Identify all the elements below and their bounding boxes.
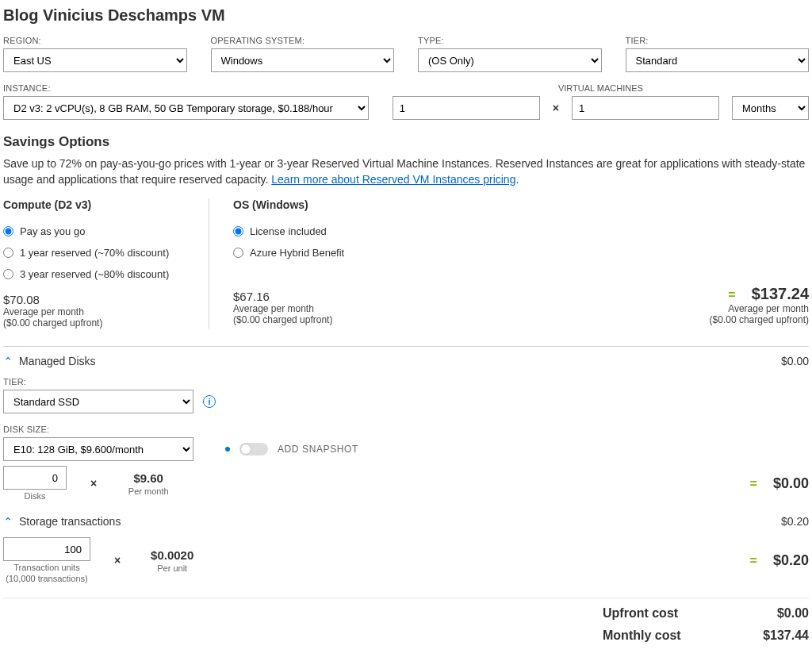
disk-subtotal: $0.00 xyxy=(773,475,809,492)
info-icon[interactable]: i xyxy=(203,395,216,408)
instance-label: INSTANCE: xyxy=(3,83,369,93)
compute-1yr-radio[interactable] xyxy=(3,248,13,258)
multiply-icon: × xyxy=(553,102,559,114)
divider xyxy=(3,346,809,347)
compute-price-sub1: Average per month xyxy=(3,306,185,317)
os-hybrid-radio[interactable] xyxy=(233,248,243,258)
disk-qty-label: Disks xyxy=(25,491,46,501)
disk-tier-select[interactable]: Standard SSD xyxy=(3,390,193,413)
os-hybrid-option[interactable]: Azure Hybrid Benefit xyxy=(233,247,423,259)
disk-calc-line: Disks × $9.60 Per month = $0.00 xyxy=(3,466,809,501)
tx-unit-label: Per unit xyxy=(157,563,187,573)
tx-subtotal-block: = $0.20 xyxy=(750,552,809,569)
vm-label: VIRTUAL MACHINES xyxy=(393,83,809,93)
tier-label: TIER: xyxy=(626,36,810,45)
disk-subtotal-block: = $0.00 xyxy=(750,475,809,492)
compute-subtotal: = $137.24 Average per month ($0.00 charg… xyxy=(710,198,809,329)
storage-tx-line-total: $0.20 xyxy=(781,515,809,528)
type-field: TYPE: (OS Only) xyxy=(418,36,602,72)
disk-tier-label: TIER: xyxy=(3,377,193,386)
toggle-pill-icon[interactable] xyxy=(239,443,268,456)
os-license-option[interactable]: License included xyxy=(233,225,423,237)
type-select[interactable]: (OS Only) xyxy=(418,48,602,72)
tx-unit-price: $0.0020 xyxy=(151,548,193,562)
add-snapshot-toggle[interactable]: ADD SNAPSHOT xyxy=(225,443,358,456)
add-snapshot-label: ADD SNAPSHOT xyxy=(278,444,358,455)
os-license-label: License included xyxy=(250,225,327,237)
disk-unitprice-col: $9.60 Per month xyxy=(121,471,176,496)
chevron-up-icon: ⌄ xyxy=(3,355,13,367)
compute-3yr-radio[interactable] xyxy=(3,269,13,279)
type-label: TYPE: xyxy=(418,36,602,45)
tx-qty-input[interactable] xyxy=(3,537,90,561)
compute-3yr-option[interactable]: 3 year reserved (~80% discount) xyxy=(3,268,185,280)
storage-tx-header[interactable]: ⌄ Storage transactions $0.20 xyxy=(3,515,809,528)
instance-row: INSTANCE: D2 v3: 2 vCPU(s), 8 GB RAM, 50… xyxy=(3,83,809,120)
managed-disks-body: TIER: Standard SSD i DISK SIZE: E10: 128… xyxy=(3,377,809,501)
os-price-sub1: Average per month xyxy=(233,303,423,314)
storage-tx-title: Storage transactions xyxy=(19,515,121,528)
savings-desc-post: . xyxy=(515,173,519,186)
region-label: REGION: xyxy=(3,36,187,45)
region-select[interactable]: East US xyxy=(3,48,187,72)
totals-block: Upfront cost $0.00 Monthly cost $137.44 xyxy=(3,606,809,643)
managed-disks-header[interactable]: ⌄ Managed Disks $0.00 xyxy=(3,355,809,367)
equals-icon: = xyxy=(728,288,735,302)
disk-tier-field: TIER: Standard SSD xyxy=(3,377,193,413)
equals-icon: = xyxy=(750,554,757,568)
compute-price-block: $70.08 Average per month ($0.00 charged … xyxy=(3,293,185,329)
os-price: $67.16 xyxy=(233,290,423,303)
vm-count-input[interactable] xyxy=(393,96,540,120)
region-field: REGION: East US xyxy=(3,36,187,72)
compute-price-sub2: ($0.00 charged upfront) xyxy=(3,317,185,329)
compute-subtotal-sub1: Average per month xyxy=(710,303,809,314)
managed-disks-line-total: $0.00 xyxy=(781,355,809,367)
duration-input[interactable] xyxy=(572,96,719,120)
compute-subtotal-sub2: ($0.00 charged upfront) xyxy=(710,314,809,325)
disk-qty-col: Disks xyxy=(3,466,67,501)
compute-1yr-option[interactable]: 1 year reserved (~70% discount) xyxy=(3,247,185,259)
tx-subtotal: $0.20 xyxy=(773,552,809,569)
savings-description: Save up to 72% on pay-as-you-go prices w… xyxy=(3,156,809,187)
compute-column: Compute (D2 v3) Pay as you go 1 year res… xyxy=(3,198,209,329)
tier-field: TIER: Standard xyxy=(626,36,810,72)
instance-select[interactable]: D2 v3: 2 vCPU(s), 8 GB RAM, 50 GB Tempor… xyxy=(3,96,369,120)
compute-title: Compute (D2 v3) xyxy=(3,198,185,211)
disk-unit-label: Per month xyxy=(128,486,169,496)
os-select[interactable]: Windows xyxy=(211,48,395,72)
compute-3yr-label: 3 year reserved (~80% discount) xyxy=(20,268,169,280)
tx-qty-label: Transaction units xyxy=(13,563,79,572)
os-hybrid-label: Azure Hybrid Benefit xyxy=(250,247,344,259)
duration-unit-select[interactable]: Months xyxy=(732,96,809,120)
tier-select[interactable]: Standard xyxy=(626,48,810,72)
compute-payg-label: Pay as you go xyxy=(20,225,85,237)
upfront-cost-label: Upfront cost xyxy=(603,606,678,621)
divider xyxy=(3,598,809,598)
upfront-cost-row: Upfront cost $0.00 xyxy=(603,606,809,621)
compute-subtotal-amount: $137.24 xyxy=(752,285,809,303)
os-field: OPERATING SYSTEM: Windows xyxy=(211,36,395,72)
compute-payg-option[interactable]: Pay as you go xyxy=(3,225,185,237)
compute-payg-radio[interactable] xyxy=(3,226,13,236)
os-title: OS (Windows) xyxy=(233,198,423,211)
disk-size-select[interactable]: E10: 128 GiB, $9.600/month xyxy=(3,437,193,461)
disk-qty-input[interactable] xyxy=(3,466,67,490)
monthly-cost-label: Monthly cost xyxy=(603,628,681,643)
snapshot-indicator-icon xyxy=(225,447,230,452)
vm-field: VIRTUAL MACHINES × Months xyxy=(393,83,809,120)
chevron-up-icon: ⌄ xyxy=(3,515,13,528)
os-label: OPERATING SYSTEM: xyxy=(211,36,395,45)
managed-disks-title: Managed Disks xyxy=(19,355,96,367)
reserved-instances-link[interactable]: Learn more about Reserved VM Instances p… xyxy=(271,173,515,186)
multiply-icon: × xyxy=(90,477,97,490)
tx-qty-col: Transaction units (10,000 transactions) xyxy=(3,537,90,583)
os-license-radio[interactable] xyxy=(233,226,243,236)
disk-size-field: DISK SIZE: E10: 128 GiB, $9.600/month xyxy=(3,425,193,461)
savings-heading: Savings Options xyxy=(3,134,809,150)
storage-tx-calc-line: Transaction units (10,000 transactions) … xyxy=(3,537,809,583)
os-price-block: $67.16 Average per month ($0.00 charged … xyxy=(233,290,423,325)
instance-field: INSTANCE: D2 v3: 2 vCPU(s), 8 GB RAM, 50… xyxy=(3,83,369,120)
os-column: OS (Windows) License included Azure Hybr… xyxy=(233,198,439,329)
upfront-cost-value: $0.00 xyxy=(777,606,809,621)
tx-qty-label2: (10,000 transactions) xyxy=(6,574,87,583)
